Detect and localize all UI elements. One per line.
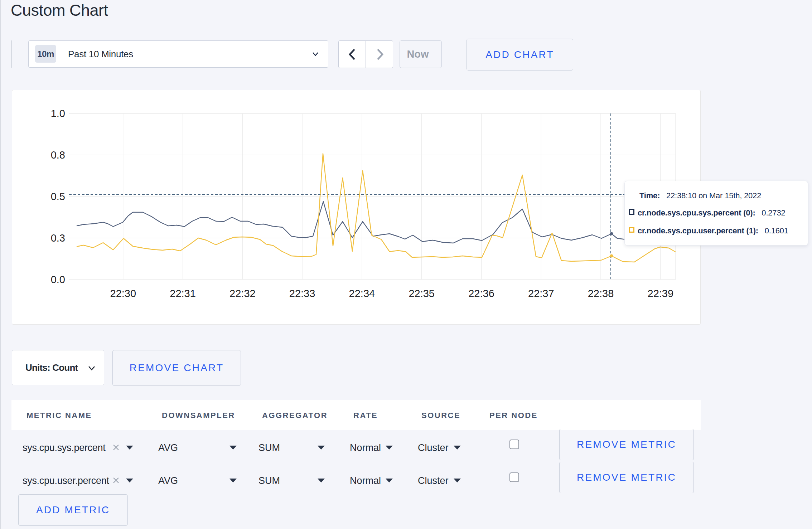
- svg-text:22:33: 22:33: [289, 288, 315, 299]
- svg-text:22:39: 22:39: [648, 288, 674, 299]
- svg-text:22:31: 22:31: [170, 288, 196, 299]
- svg-text:1.0: 1.0: [51, 108, 65, 119]
- svg-text:0.8: 0.8: [51, 149, 65, 161]
- svg-text:0.3: 0.3: [51, 232, 65, 244]
- svg-text:0.0: 0.0: [51, 274, 65, 285]
- svg-text:22:36: 22:36: [468, 288, 494, 299]
- svg-text:22:34: 22:34: [349, 288, 375, 299]
- svg-text:0.5: 0.5: [51, 191, 65, 202]
- svg-text:22:35: 22:35: [409, 288, 435, 299]
- svg-text:22:32: 22:32: [229, 288, 256, 299]
- svg-text:22:38: 22:38: [588, 288, 614, 299]
- svg-text:22:30: 22:30: [110, 288, 136, 299]
- svg-text:22:37: 22:37: [528, 288, 554, 299]
